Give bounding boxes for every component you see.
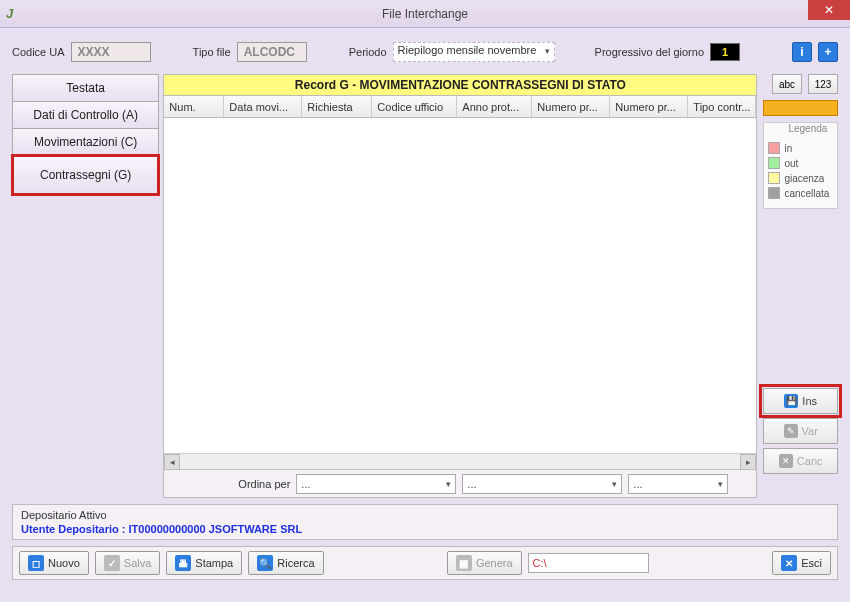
edit-icon: ✎ xyxy=(784,424,798,438)
depositario-heading: Depositario Attivo xyxy=(21,509,829,521)
legend-out: out xyxy=(768,157,833,169)
legend-in: in xyxy=(768,142,833,154)
esci-button[interactable]: ✕Esci xyxy=(772,551,831,575)
bottom-toolbar: ◻Nuovo ✓Salva 🖶Stampa 🔍Ricerca ▦Genera C… xyxy=(12,546,838,580)
periodo-select[interactable]: Riepilogo mensile novembre ▾ xyxy=(393,42,556,62)
col-richiesta[interactable]: Richiesta xyxy=(302,96,372,117)
col-data-movi[interactable]: Data movi... xyxy=(224,96,302,117)
print-icon: 🖶 xyxy=(175,555,191,571)
legend-cancellata: cancellata xyxy=(768,187,833,199)
grid-body[interactable]: ◂ ▸ xyxy=(163,118,757,470)
scroll-track[interactable] xyxy=(180,455,740,469)
col-numero-pr2[interactable]: Numero pr... xyxy=(610,96,688,117)
app-icon: J xyxy=(6,6,22,22)
canc-button[interactable]: ✕Canc xyxy=(763,448,838,474)
close-button[interactable]: ✕ xyxy=(808,0,850,20)
periodo-value: Riepilogo mensile novembre xyxy=(398,44,537,56)
legend-title: Legenda xyxy=(784,123,831,134)
ricerca-button[interactable]: 🔍Ricerca xyxy=(248,551,323,575)
var-button[interactable]: ✎Var xyxy=(763,418,838,444)
chevron-down-icon: ▾ xyxy=(718,479,723,489)
sort-combo-3[interactable]: ...▾ xyxy=(628,474,728,494)
grid-header: Num. Data movi... Richiesta Codice uffic… xyxy=(163,96,757,118)
chevron-down-icon: ▾ xyxy=(446,479,451,489)
add-button[interactable]: + xyxy=(818,42,838,62)
path-field[interactable]: C:\ xyxy=(528,553,649,573)
new-icon: ◻ xyxy=(28,555,44,571)
stampa-button[interactable]: 🖶Stampa xyxy=(166,551,242,575)
col-numero-pr1[interactable]: Numero pr... xyxy=(532,96,610,117)
chevron-down-icon: ▾ xyxy=(545,46,550,56)
close-icon: ✕ xyxy=(824,3,834,17)
legend-giacenza: giacenza xyxy=(768,172,833,184)
salva-button[interactable]: ✓Salva xyxy=(95,551,161,575)
section-banner: Record G - MOVIMENTAZIONE CONTRASSEGNI D… xyxy=(163,74,757,96)
plus-icon: + xyxy=(824,45,831,59)
chevron-down-icon: ▾ xyxy=(612,479,617,489)
tipo-file-label: Tipo file xyxy=(193,46,231,58)
depositario-user: Utente Depositario : IT00000000000 JSOFT… xyxy=(21,523,829,535)
depositario-panel: Depositario Attivo Utente Depositario : … xyxy=(12,504,838,540)
info-button[interactable]: i xyxy=(792,42,812,62)
insert-icon: 💾 xyxy=(784,394,798,408)
legend: Legenda in out giacenza cancellata xyxy=(763,122,838,209)
save-icon: ✓ xyxy=(104,555,120,571)
sort-row: Ordina per ...▾ ...▾ ...▾ xyxy=(163,470,757,498)
tab-movimentazioni[interactable]: Movimentazioni (C) xyxy=(12,128,159,156)
tab-dati-controllo[interactable]: Dati di Controllo (A) xyxy=(12,101,159,129)
codice-ua-field[interactable]: XXXX xyxy=(71,42,151,62)
color-indicator xyxy=(763,100,838,116)
abc-button[interactable]: abc xyxy=(772,74,802,94)
tab-contrassegni[interactable]: Contrassegni (G) xyxy=(12,155,159,195)
123-button[interactable]: 123 xyxy=(808,74,838,94)
sort-combo-1[interactable]: ...▾ xyxy=(296,474,456,494)
right-panel: abc 123 Legenda in out giacenza cancella… xyxy=(763,74,838,498)
swatch-out xyxy=(768,157,780,169)
swatch-giacenza xyxy=(768,172,780,184)
delete-icon: ✕ xyxy=(779,454,793,468)
col-num[interactable]: Num. xyxy=(164,96,224,117)
sort-combo-2[interactable]: ...▾ xyxy=(462,474,622,494)
tipo-file-field[interactable]: ALCODC xyxy=(237,42,307,62)
horizontal-scrollbar[interactable]: ◂ ▸ xyxy=(164,453,756,469)
generate-icon: ▦ xyxy=(456,555,472,571)
genera-button[interactable]: ▦Genera xyxy=(447,551,522,575)
exit-icon: ✕ xyxy=(781,555,797,571)
periodo-label: Periodo xyxy=(349,46,387,58)
side-tabs: Testata Dati di Controllo (A) Movimentaz… xyxy=(12,74,159,498)
col-anno-prot[interactable]: Anno prot... xyxy=(457,96,532,117)
scroll-left-arrow[interactable]: ◂ xyxy=(164,454,180,470)
parameters-row: Codice UA XXXX Tipo file ALCODC Periodo … xyxy=(12,38,838,66)
nuovo-button[interactable]: ◻Nuovo xyxy=(19,551,89,575)
ins-button[interactable]: 💾Ins xyxy=(763,388,838,414)
swatch-in xyxy=(768,142,780,154)
col-tipo-contr[interactable]: Tipo contr... xyxy=(688,96,756,117)
titlebar: J File Interchange ✕ xyxy=(0,0,850,28)
search-icon: 🔍 xyxy=(257,555,273,571)
col-codice-ufficio[interactable]: Codice ufficio xyxy=(372,96,457,117)
codice-ua-label: Codice UA xyxy=(12,46,65,58)
progressivo-value: 1 xyxy=(710,43,740,61)
scroll-right-arrow[interactable]: ▸ xyxy=(740,454,756,470)
progressivo-label: Progressivo del giorno xyxy=(595,46,704,58)
swatch-cancellata xyxy=(768,187,780,199)
window-title: File Interchange xyxy=(382,7,468,21)
info-icon: i xyxy=(800,45,803,59)
tab-testata[interactable]: Testata xyxy=(12,74,159,102)
ordina-per-label: Ordina per xyxy=(238,478,290,490)
